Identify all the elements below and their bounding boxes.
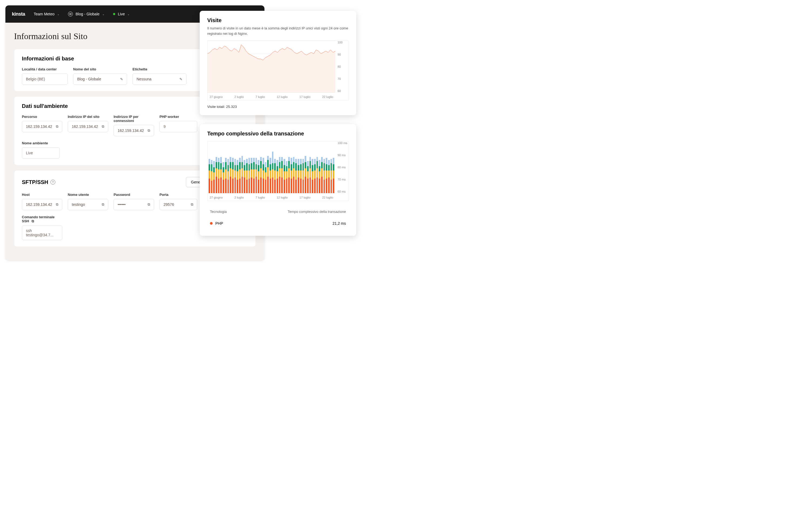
chevron-down-icon: ⌄ [57,13,59,16]
path-field[interactable]: 162.159.134.42⧉ [22,121,62,132]
location-label: Località / data center [22,67,68,71]
visits-chart: 27 giugno2 luglio7 luglio12 luglio17 lug… [207,40,349,100]
ssh-label: Comando terminale SSH ⧉ [22,215,62,223]
ip-field[interactable]: 162.159.134.42⧉ [68,121,108,132]
user-field[interactable]: testingo⧉ [68,199,108,210]
table-row: PHP 21,2 ms [207,217,349,229]
visits-desc: Il numero di visite in un dato mese è la… [207,26,349,36]
host-field[interactable]: 162.159.134.42⧉ [22,199,62,210]
port-label: Porta [159,193,197,197]
dot-icon [210,222,213,225]
site-label: Blog - Globale [76,12,99,16]
sitename-field[interactable]: Blog - Globale✎ [73,73,127,85]
ip-label: Indirizzo IP del sito [68,115,108,119]
env-label: Live [118,12,125,16]
copy-icon[interactable]: ⧉ [148,202,150,207]
team-label: Team Meteo [34,12,55,16]
path-label: Percorso [22,115,62,119]
copy-icon[interactable]: ⧉ [56,202,58,207]
copy-icon[interactable]: ⧉ [102,202,104,207]
tech-header: Tecnologia [210,210,227,214]
sitename-label: Nome del sito [73,67,127,71]
card-title: SFTP/SSH [22,179,48,185]
php-field: 9 [159,121,197,132]
env-dropdown[interactable]: Live ⌄ [113,12,130,16]
team-dropdown[interactable]: Team Meteo ⌄ [34,12,59,16]
copy-icon[interactable]: ⧉ [191,202,193,207]
help-icon[interactable]: ? [51,180,55,185]
php-label: PHP worker [159,115,197,119]
labels-label: Etichette [132,67,186,71]
pass-field[interactable]: ••••••⧉ [114,199,154,210]
php-value: 21,2 ms [333,221,346,226]
visits-card: Visite Il numero di visite in un dato me… [200,11,356,115]
status-dot-icon [113,13,115,15]
trans-chart: 27 giugno2 luglio7 luglio12 luglio17 lug… [207,141,349,201]
transaction-card: Tempo complessivo della transazione 27 g… [200,124,356,236]
envname-label: Nome ambiente [22,141,60,145]
port-field[interactable]: 29576⧉ [159,199,197,210]
edit-icon[interactable]: ✎ [180,77,183,81]
copy-icon[interactable]: ⧉ [148,128,150,133]
site-dropdown[interactable]: W Blog - Globale ⌄ [68,12,105,17]
user-label: Nome utente [68,193,108,197]
visits-total: Visite totali: 25.323 [207,105,349,109]
copy-icon[interactable]: ⧉ [56,125,58,129]
envname-field: Live [22,147,60,159]
conn-label: Indirizzo IP per connessioni [114,115,154,123]
copy-icon[interactable]: ⧉ [32,219,34,223]
php-label: PHP [215,221,223,226]
wordpress-icon: W [68,12,73,17]
conn-field[interactable]: 162.159.134.42⧉ [114,125,154,136]
copy-icon[interactable]: ⧉ [102,125,104,129]
chevron-down-icon: ⌄ [127,13,130,16]
pass-label: Password [114,193,154,197]
host-label: Host [22,193,62,197]
logo: kinsta [12,11,25,17]
edit-icon[interactable]: ✎ [120,77,123,81]
trans-title: Tempo complessivo della transazione [207,131,349,137]
chevron-down-icon: ⌄ [102,13,105,16]
trans-table: Tecnologia Tempo complessivo della trans… [207,206,349,229]
visits-title: Visite [207,17,349,23]
time-header: Tempo complessivo della transazione [288,210,346,214]
location-field: Belgio (BE) [22,73,68,85]
ssh-field: ssh testingo@34.7... [22,226,62,240]
labels-field[interactable]: Nessuna✎ [132,73,186,85]
